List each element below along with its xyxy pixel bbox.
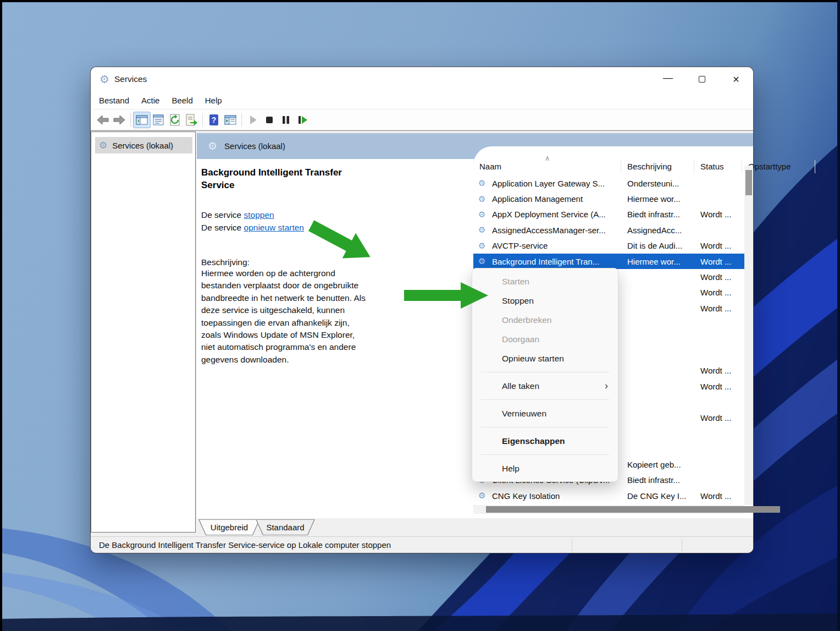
pause-icon	[280, 114, 292, 126]
title-bar[interactable]: ⚙ Services — ✕	[91, 67, 753, 91]
context-menu-item-onderbreken[interactable]: Onderbreken	[472, 310, 618, 330]
pause-service-button[interactable]	[278, 112, 294, 128]
context-menu-item-opnieuw-starten[interactable]: Opnieuw starten	[472, 349, 618, 368]
forward-button[interactable]	[111, 112, 128, 128]
cell-beschrijving: AssignedAcc...	[627, 226, 700, 235]
table-row[interactable]: ⚙ Application Management Hiermee wor... …	[473, 191, 744, 206]
cell-naam: AssignedAccessManager-ser...	[492, 226, 627, 235]
tab-uitgebreid[interactable]: Uitgebreid	[198, 519, 260, 535]
service-gear-icon: ⚙	[478, 178, 492, 188]
stop-service-link[interactable]: stoppen	[244, 210, 274, 220]
stop-service-button[interactable]	[261, 112, 278, 128]
cell-beschrijving: Dit is de Audi...	[627, 241, 700, 250]
context-menu-item-alle-taken[interactable]: Alle taken›	[472, 376, 618, 396]
window-title: Services	[114, 74, 147, 84]
menu-help[interactable]: Help	[205, 96, 222, 105]
export-list-icon	[185, 113, 198, 127]
cell-status: Wordt ...	[700, 257, 744, 266]
cell-status: Wordt ...	[700, 288, 744, 297]
context-menu-separator	[481, 372, 609, 372]
column-header-status[interactable]: Status	[694, 160, 742, 173]
menu-bestand[interactable]: Bestand	[99, 96, 129, 105]
context-menu-item-eigenschappen[interactable]: Eigenschappen	[472, 431, 618, 451]
context-menu-item-label: Doorgaan	[502, 334, 539, 344]
service-detail-panel: Background Intelligent Transfer Service …	[197, 159, 473, 518]
minimize-icon: —	[663, 72, 673, 84]
minimize-button[interactable]: —	[651, 67, 685, 91]
context-menu-item-stoppen[interactable]: Stoppen	[472, 291, 618, 310]
status-bar-divider	[682, 539, 682, 551]
main-area: ⚙ Services (lokaal) ⚙ Services (lokaal) …	[91, 130, 753, 536]
cell-naam: Background Intelligent Tran...	[492, 257, 627, 266]
show-console-tree-button[interactable]	[134, 112, 150, 128]
close-button[interactable]: ✕	[719, 67, 753, 91]
service-gear-icon: ⚙	[478, 225, 492, 235]
service-gear-icon: ⚙	[478, 194, 492, 204]
properties-button[interactable]	[150, 112, 167, 128]
tree-item-services-lokaal[interactable]: ⚙ Services (lokaal)	[91, 137, 195, 153]
help-icon: ?	[207, 113, 220, 127]
menu-bar: Bestand Actie Beeld Help	[91, 91, 753, 109]
refresh-button[interactable]	[167, 112, 183, 128]
back-arrow-icon	[96, 113, 109, 127]
tab-standaard[interactable]: Standaard	[256, 519, 315, 535]
context-menu-separator	[481, 399, 609, 400]
export-list-button[interactable]	[183, 112, 200, 128]
table-row[interactable]: ⚙ AssignedAccessManager-ser... AssignedA…	[473, 222, 744, 238]
close-icon: ✕	[732, 74, 739, 85]
services-app-icon: ⚙	[100, 73, 109, 86]
start-service-button[interactable]	[245, 112, 261, 128]
tree-item-label: Services (lokaal)	[112, 141, 173, 150]
cell-beschrijving: Hiermee wor...	[627, 194, 700, 204]
cell-status: Wordt ...	[700, 382, 744, 391]
table-row[interactable]: ⚙ Application Layer Gateway S... Onderst…	[473, 175, 744, 191]
maximize-button[interactable]	[685, 67, 719, 91]
cell-naam: Application Layer Gateway S...	[492, 179, 627, 188]
table-row[interactable]: ⚙ AppX Deployment Service (A... Biedt in…	[473, 207, 744, 222]
service-gear-icon: ⚙	[478, 491, 492, 501]
menu-actie[interactable]: Actie	[141, 96, 159, 105]
toolbar: ?	[91, 110, 753, 130]
cell-naam: AVCTP-service	[492, 241, 627, 250]
context-menu-item-help[interactable]: Help	[472, 459, 618, 478]
vertical-scrollbar-thumb[interactable]	[745, 170, 752, 195]
show-action-pane-button[interactable]	[222, 112, 239, 128]
context-menu-item-doorgaan[interactable]: Doorgaan	[472, 330, 618, 349]
stop-icon	[263, 114, 275, 126]
vertical-scrollbar[interactable]	[744, 166, 753, 505]
table-row[interactable]: ⚙ Background Intelligent Tran... Hiermee…	[473, 254, 744, 269]
cell-status: Wordt ...	[700, 366, 744, 375]
sort-ascending-icon: ∧	[545, 154, 550, 162]
table-row[interactable]: ⚙ CNG Key Isolation De CNG Key I... Word…	[473, 488, 744, 503]
context-menu-separator	[481, 427, 609, 427]
toolbar-separator	[130, 113, 131, 127]
restart-service-button[interactable]	[294, 112, 311, 128]
stop-line-prefix: De service	[201, 210, 244, 220]
cell-naam: AppX Deployment Service (A...	[492, 210, 627, 219]
cell-naam: Application Management	[492, 194, 627, 204]
menu-beeld[interactable]: Beeld	[172, 96, 192, 105]
restart-icon	[296, 114, 308, 126]
help-button[interactable]: ?	[206, 112, 222, 128]
description-text: Hiermee worden op de achtergrond bestand…	[201, 267, 367, 366]
horizontal-scrollbar-thumb[interactable]	[486, 506, 780, 513]
status-bar-text: De Background Intelligent Transfer Servi…	[99, 540, 391, 550]
column-header-aanmelden-als[interactable]: Aanmelden als	[815, 160, 821, 173]
cell-status: Wordt ...	[700, 413, 744, 423]
cell-status: Wordt ...	[700, 241, 744, 250]
play-icon	[247, 114, 259, 126]
context-menu-item-label: Starten	[502, 277, 529, 287]
refresh-icon	[168, 113, 181, 127]
horizontal-scrollbar[interactable]	[473, 505, 744, 514]
description-label: Beschrijving:	[201, 257, 468, 267]
table-row[interactable]: ⚙ AVCTP-service Dit is de Audi... Wordt …	[473, 238, 744, 254]
table-header-row: ∧ Naam Beschrijving Status Opstarttype A…	[473, 157, 744, 175]
column-header-beschrijving[interactable]: Beschrijving	[621, 160, 694, 173]
back-button[interactable]	[95, 112, 111, 128]
restart-service-link[interactable]: opnieuw starten	[244, 223, 304, 232]
submenu-chevron-icon: ›	[605, 380, 608, 392]
context-menu-item-vernieuwen[interactable]: Vernieuwen	[472, 404, 618, 423]
context-menu-item-starten[interactable]: Starten	[472, 272, 618, 291]
service-gear-icon: ⚙	[478, 241, 492, 251]
screen-edge-top	[0, 0, 840, 2]
